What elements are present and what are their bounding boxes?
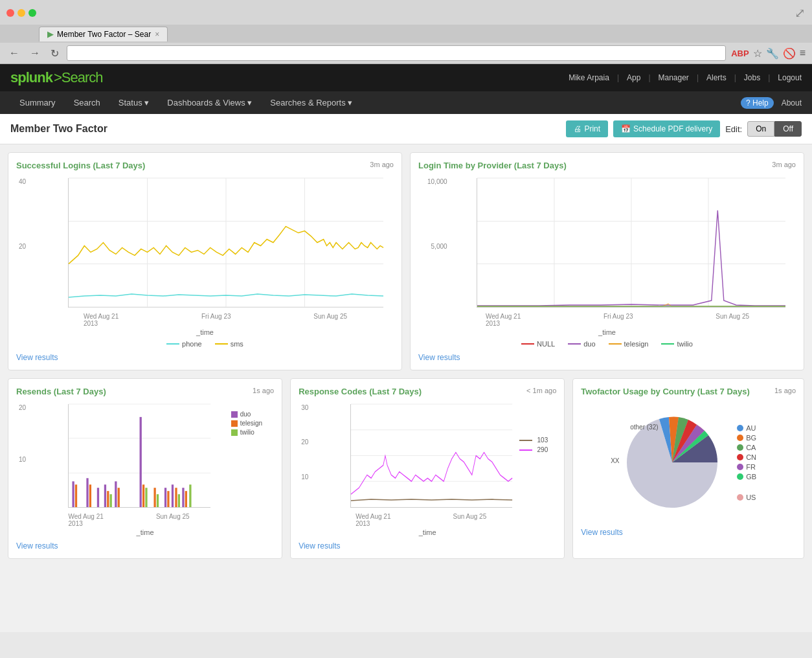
code290-icon [519, 449, 532, 451]
nav-summary[interactable]: Summary [10, 91, 65, 114]
svg-rect-22 [107, 491, 109, 507]
legend-twilio: twilio [661, 340, 692, 348]
panel1-view-results[interactable]: View results [16, 353, 394, 362]
panel-country-usage: Twofactor Usage by Country (Last 7 Days)… [572, 378, 804, 559]
panel3-chart: duo telesign twilio [68, 404, 210, 508]
svg-rect-19 [89, 484, 91, 507]
panel4-timestamp: < 1m ago [526, 387, 556, 394]
block-icon[interactable]: 🚫 [783, 47, 796, 60]
alerts-link[interactable]: Alerts [706, 73, 727, 82]
svg-rect-32 [167, 491, 169, 507]
fullscreen-icon[interactable]: ⤢ [795, 5, 806, 21]
maximize-button[interactable] [28, 9, 36, 17]
panel3-title: Resends (Last 7 Days) [16, 387, 106, 396]
phone-line-icon [166, 343, 179, 345]
jobs-link[interactable]: Jobs [744, 73, 760, 82]
close-button[interactable] [6, 9, 14, 17]
address-bar[interactable] [67, 45, 726, 61]
au-dot-icon [737, 425, 743, 431]
tab-title: Member Two Factor – Sear [57, 30, 151, 39]
svg-rect-25 [118, 488, 120, 507]
svg-rect-21 [104, 484, 106, 507]
gb-dot-icon [737, 473, 743, 480]
adblock-icon: ABP [731, 49, 749, 58]
svg-rect-31 [164, 488, 166, 507]
menu-icon[interactable]: ≡ [800, 47, 806, 59]
schedule-button[interactable]: 📅 Schedule PDF delivery [613, 120, 720, 137]
panel4-y-axis: 30 20 10 [301, 404, 308, 508]
null-line-icon [521, 343, 534, 345]
svg-rect-35 [178, 494, 180, 507]
minimize-button[interactable] [17, 9, 25, 17]
help-button[interactable]: ? Help [741, 97, 774, 109]
refresh-button[interactable]: ↻ [48, 46, 62, 61]
nav-dashboards[interactable]: Dashboards & Views ▾ [158, 91, 261, 114]
bookmark-icon[interactable]: ☆ [753, 47, 762, 60]
panel3-view-results[interactable]: View results [16, 541, 274, 550]
logout-link[interactable]: Logout [778, 73, 802, 82]
forward-button[interactable]: → [27, 46, 43, 60]
app-menu[interactable]: App [627, 73, 640, 82]
panel5-legend: AU BG CA CN [737, 424, 756, 503]
panel1-y-axis: 40 20 [19, 178, 26, 308]
svg-rect-30 [157, 494, 159, 507]
manager-link[interactable]: Manager [659, 73, 689, 82]
svg-rect-16 [72, 481, 74, 507]
svg-rect-29 [153, 488, 155, 507]
about-link[interactable]: About [782, 98, 802, 108]
nav-status[interactable]: Status ▾ [109, 91, 158, 114]
panel4-x-labels: Wed Aug 212013 Sun Aug 25 [324, 513, 517, 527]
edit-on-button[interactable]: On [747, 121, 774, 137]
telesign-line-icon [609, 343, 622, 345]
legend-null: NULL [521, 340, 555, 348]
nav-search[interactable]: Search [65, 91, 109, 114]
us-dot-icon [737, 494, 743, 501]
panel2-view-results[interactable]: View results [418, 353, 796, 362]
print-button[interactable]: 🖨 Print [566, 120, 608, 137]
panel4-title: Response Codes (Last 7 Days) [299, 387, 422, 396]
panel4-view-results[interactable]: View results [299, 541, 556, 550]
panel2-chart [477, 178, 785, 308]
edit-toggle: On Off [747, 121, 802, 137]
browser-tab[interactable]: ▶ Member Two Factor – Sear × [39, 27, 168, 41]
bg-dot-icon [737, 435, 743, 441]
dashboard-content: Successful Logins (Last 7 Days) 3m ago 4… [0, 144, 812, 574]
ca-dot-icon [737, 444, 743, 451]
svg-rect-26 [140, 417, 142, 507]
pie-label-other: other (32) [630, 424, 658, 431]
panel2-x-labels: Wed Aug 212013 Fri Aug 23 Sun Aug 25 [444, 313, 791, 327]
panel1-chart [68, 178, 383, 308]
wrench-icon[interactable]: 🔧 [766, 47, 779, 60]
fr-dot-icon [737, 464, 743, 470]
panel5-timestamp: 1s ago [774, 387, 796, 394]
main-nav: Summary Search Status ▾ Dashboards & Vie… [0, 91, 812, 114]
tab-close-button[interactable]: × [155, 30, 159, 39]
panel2-x-title: _time [418, 328, 796, 336]
svg-rect-24 [115, 481, 117, 507]
back-button[interactable]: ← [6, 46, 22, 60]
panel1-timestamp: 3m ago [370, 161, 394, 168]
nav-searches[interactable]: Searches & Reports ▾ [261, 91, 361, 114]
svg-rect-28 [145, 488, 147, 507]
telesign-bar-icon [231, 420, 238, 427]
code103-icon [519, 440, 532, 441]
dashboard-title: Member Two Factor [10, 123, 107, 135]
calendar-icon: 📅 [621, 124, 631, 133]
legend-telesign: telesign [609, 340, 649, 348]
panel3-x-labels: Wed Aug 212013 Sun Aug 25 [42, 513, 216, 527]
panel5-view-results[interactable]: View results [581, 528, 796, 537]
panel-response-codes: Response Codes (Last 7 Days) < 1m ago 30… [290, 378, 565, 559]
panel4-legend: 103 290 [519, 437, 548, 455]
edit-off-button[interactable]: Off [774, 121, 802, 137]
printer-icon: 🖨 [574, 124, 581, 133]
panel3-timestamp: 1s ago [253, 387, 274, 394]
legend-sms: sms [215, 340, 243, 348]
panel-resends: Resends (Last 7 Days) 1s ago 20 10 [8, 378, 282, 559]
svg-rect-20 [97, 488, 99, 507]
panel5-title: Twofactor Usage by Country (Last 7 Days) [581, 387, 750, 396]
dashboard-controls: 🖨 Print 📅 Schedule PDF delivery Edit: On… [566, 120, 802, 137]
tab-icon: ▶ [47, 30, 53, 39]
sms-line-icon [215, 343, 228, 345]
panel4-x-title: _time [299, 528, 556, 536]
panel1-x-title: _time [16, 328, 394, 336]
